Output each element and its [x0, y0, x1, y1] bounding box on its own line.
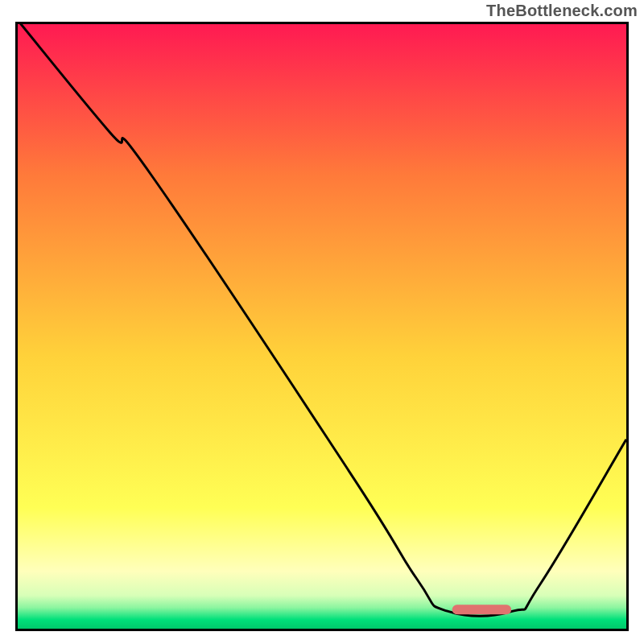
- optimal-range-marker: [452, 605, 511, 614]
- chart-frame: [15, 22, 629, 631]
- bottleneck-curve: [18, 24, 626, 629]
- watermark-text: TheBottleneck.com: [486, 2, 638, 20]
